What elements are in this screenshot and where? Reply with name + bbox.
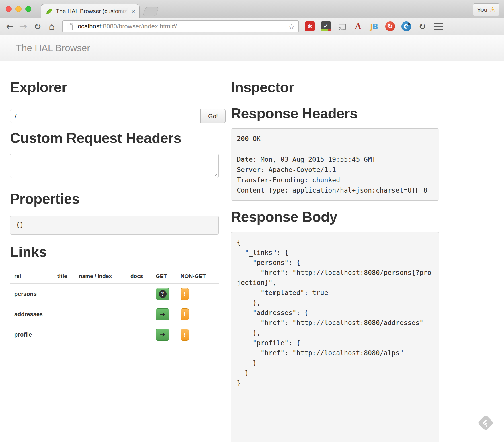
table-row-persons: persons ? ! bbox=[10, 284, 219, 304]
page-icon bbox=[67, 23, 73, 30]
custom-headers-textarea[interactable] bbox=[10, 154, 219, 178]
response-body-heading: Response Body bbox=[231, 209, 439, 225]
browser-window: The HAL Browser (customiz × You ⚠ ← → ↻ … bbox=[0, 0, 504, 442]
chromecast-extension-icon[interactable] bbox=[337, 21, 347, 31]
inspector-panel: Inspector Response Headers 200 OK Date: … bbox=[231, 61, 439, 442]
links-heading: Links bbox=[10, 244, 226, 260]
jetbrains-extension-icon[interactable]: JB bbox=[369, 21, 379, 31]
links-table: rel title name / index docs GET NON-GET … bbox=[10, 266, 219, 345]
non-get-button[interactable]: ! bbox=[181, 308, 189, 320]
warning-icon: ⚠ bbox=[489, 6, 495, 13]
column-non-get: NON-GET bbox=[181, 266, 219, 284]
column-title: title bbox=[57, 266, 79, 284]
address-input-group: Go! bbox=[10, 109, 226, 123]
checkmark-extension-icon[interactable]: ✓ bbox=[321, 21, 331, 31]
minimize-window-button[interactable] bbox=[15, 6, 22, 12]
column-get: GET bbox=[156, 266, 181, 284]
custom-request-headers-heading: Custom Request Headers bbox=[10, 130, 226, 146]
column-docs: docs bbox=[130, 266, 156, 284]
browser-toolbar: ← → ↻ ⌂ localhost:8080/browser/index.htm… bbox=[0, 18, 504, 35]
site-header: The HAL Browser bbox=[0, 35, 504, 61]
arrow-icon: ➔ bbox=[160, 310, 165, 318]
address-bar[interactable]: localhost:8080/browser/index.html#/ ☆ bbox=[62, 20, 299, 32]
letter-a-extension-icon[interactable]: A bbox=[353, 21, 363, 31]
column-name-index: name / index bbox=[79, 266, 130, 284]
page-reload-extension-icon[interactable]: ↻ bbox=[417, 21, 427, 31]
links-header-row: rel title name / index docs GET NON-GET bbox=[10, 266, 219, 284]
arrow-icon: ➔ bbox=[160, 331, 165, 338]
explorer-panel: Explorer Go! Custom Request Headers Prop… bbox=[10, 61, 226, 442]
profile-button[interactable]: You ⚠ bbox=[473, 3, 499, 16]
response-headers-heading: Response Headers bbox=[231, 106, 439, 122]
feedly-watermark-icon[interactable] bbox=[479, 416, 492, 429]
rel-label: profile bbox=[10, 324, 57, 345]
inspector-heading: Inspector bbox=[231, 80, 439, 95]
bookmark-star-icon[interactable]: ☆ bbox=[288, 22, 295, 31]
page-title: The HAL Browser bbox=[16, 43, 90, 54]
profile-label: You bbox=[477, 6, 487, 13]
window-controls bbox=[6, 6, 31, 12]
response-header-line: Server: Apache-Coyote/1.1 bbox=[237, 165, 433, 175]
get-button[interactable]: ? bbox=[156, 288, 169, 300]
main-content: Explorer Go! Custom Request Headers Prop… bbox=[0, 61, 504, 442]
table-row-addresses: addresses ➔ ! bbox=[10, 304, 219, 324]
tab-strip: The HAL Browser (customiz × You ⚠ bbox=[0, 0, 504, 18]
browser-tab[interactable]: The HAL Browser (customiz × bbox=[41, 4, 140, 18]
non-get-button[interactable]: ! bbox=[181, 329, 189, 341]
response-header-line: Transfer-Encoding: chunked bbox=[237, 175, 433, 185]
go-button[interactable]: Go! bbox=[200, 109, 226, 123]
url-text: localhost:8080/browser/index.html#/ bbox=[76, 23, 288, 30]
properties-value: {} bbox=[10, 216, 219, 235]
reload-button[interactable]: ↻ bbox=[33, 21, 42, 32]
get-button[interactable]: ➔ bbox=[156, 308, 169, 320]
explorer-heading: Explorer bbox=[10, 80, 226, 95]
forward-button[interactable]: → bbox=[18, 21, 28, 32]
get-button[interactable]: ➔ bbox=[156, 329, 169, 341]
sync-red-extension-icon[interactable]: ↻ bbox=[385, 21, 395, 31]
column-rel: rel bbox=[10, 266, 57, 284]
tab-title: The HAL Browser (customiz bbox=[56, 8, 128, 15]
response-body: { "_links": { "persons": { "href": "http… bbox=[231, 232, 439, 442]
spring-leaf-favicon bbox=[46, 8, 53, 15]
question-icon: ? bbox=[159, 290, 167, 298]
response-headers-box: 200 OK Date: Mon, 03 Aug 2015 19:55:45 G… bbox=[231, 128, 439, 201]
response-header-line: Content-Type: application/hal+json;chars… bbox=[237, 185, 433, 195]
properties-heading: Properties bbox=[10, 191, 226, 207]
non-get-button[interactable]: ! bbox=[181, 288, 189, 300]
home-button[interactable]: ⌂ bbox=[47, 21, 57, 32]
back-button[interactable]: ← bbox=[5, 21, 15, 32]
zoom-window-button[interactable] bbox=[25, 6, 31, 12]
url-path: :8080/browser/index.html#/ bbox=[101, 23, 177, 30]
response-status: 200 OK bbox=[237, 134, 433, 144]
close-window-button[interactable] bbox=[6, 6, 12, 12]
custom-headers-wrap bbox=[10, 146, 219, 179]
table-row-profile: profile ➔ ! bbox=[10, 324, 219, 345]
response-header-line: Date: Mon, 03 Aug 2015 19:55:45 GMT bbox=[237, 154, 433, 165]
url-host: localhost bbox=[76, 23, 101, 30]
lastpass-extension-icon[interactable]: ✱ bbox=[305, 21, 315, 31]
close-tab-icon[interactable]: × bbox=[131, 8, 136, 15]
rel-label: addresses bbox=[10, 304, 57, 324]
blue-circle-extension-icon[interactable] bbox=[401, 21, 411, 31]
menu-icon[interactable] bbox=[434, 23, 443, 30]
new-tab-button[interactable] bbox=[143, 7, 159, 16]
resource-path-input[interactable] bbox=[10, 109, 201, 123]
rel-label: persons bbox=[10, 284, 57, 304]
